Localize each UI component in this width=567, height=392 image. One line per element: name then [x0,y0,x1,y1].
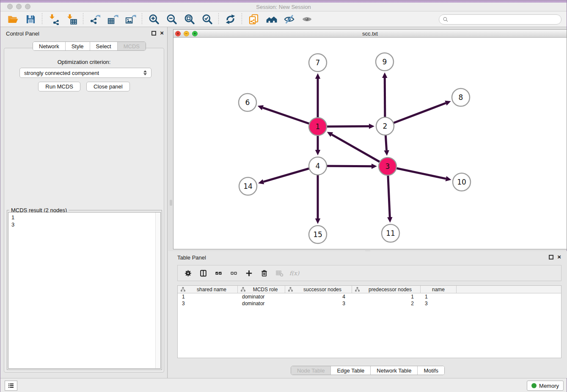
criterion-value: strongly connected component [24,70,143,76]
close-panel-icon[interactable]: × [160,29,164,37]
table-cell[interactable]: 3 [285,300,352,307]
table-options-button[interactable] [181,267,195,279]
hide-columns-icon [230,269,238,277]
first-neighbors-button[interactable] [262,12,280,26]
column-header-label: name [421,287,456,293]
column-header-shared-name[interactable]: shared name [178,286,238,293]
open-session-button[interactable] [4,12,22,26]
graph-arrowhead-icon [382,72,387,78]
table-cell[interactable]: 1 [352,293,421,300]
export-image-button[interactable] [121,12,139,26]
table-cell[interactable]: dominator [238,293,285,300]
export-network-button[interactable] [86,12,104,26]
table-cell[interactable]: 4 [285,293,352,300]
show-columns-icon [215,269,223,277]
mcds-result-text[interactable]: 1 3 [8,212,161,369]
table-cell[interactable]: dominator [238,300,285,307]
search-field[interactable] [439,14,561,25]
function-builder-button: f(x) [288,267,301,279]
clone-network-button[interactable] [245,12,262,26]
toolbar-separator [218,13,219,25]
column-header-label: successor nodes [293,287,352,293]
run-mcds-button[interactable]: Run MCDS [38,82,80,91]
table-row[interactable]: 1dominator411 [178,293,561,300]
create-column-button[interactable] [242,267,256,279]
graph-arrowhead-icon [258,179,264,184]
column-header-successor-nodes[interactable]: successor nodes [285,286,352,293]
split-divider-handle[interactable] [170,200,172,206]
close-panel-icon[interactable]: × [557,253,561,261]
optimization-criterion-label: Optimization criterion: [4,59,164,65]
hide-selected-button[interactable] [280,12,298,26]
graph-arrowhead-icon [369,124,374,129]
show-all-button[interactable] [298,12,316,26]
table-tabs: Node TableEdge TableNetwork TableMotifs [291,366,445,375]
column-header-mcds-role[interactable]: MCDS role [238,286,285,293]
zoom-selected-button[interactable] [198,12,216,26]
column-header-name[interactable]: name [421,286,457,293]
trash-icon [260,269,268,277]
close-panel-button[interactable]: Close panel [86,82,130,91]
column-type-icon [355,287,360,292]
table-toolbar: f(x) [177,265,561,281]
memory-button[interactable]: Memory [527,381,564,391]
graph-node-label: 14 [243,182,253,190]
network-window-titlebar[interactable]: × − + scc.txt [173,30,567,38]
toolbar-buttons [4,12,316,26]
toolbar-separator [142,13,142,25]
table-tabs-row: Node TableEdge TableNetwork TableMotifs [168,366,567,375]
graph-edge-3-1[interactable] [332,135,388,166]
memory-status-icon [531,383,537,388]
zoom-out-button[interactable] [162,12,180,26]
zoom-fit-icon [184,14,195,25]
apply-layout-button[interactable] [221,12,239,26]
task-history-button[interactable] [5,381,17,391]
import-table-button[interactable] [63,12,80,26]
float-panel-icon[interactable] [549,255,553,259]
tab-node-table[interactable]: Node Table [291,366,331,375]
criterion-dropdown[interactable]: strongly connected component [19,68,151,78]
import-network-icon [48,14,60,25]
column-header-label: MCDS role [246,287,285,293]
toggle-column-panel-button[interactable] [196,267,210,279]
refresh-icon [225,14,236,25]
tab-network-table[interactable]: Network Table [371,366,418,375]
table-cell[interactable]: 3 [178,300,238,307]
memory-label: Memory [539,383,559,389]
export-image-icon [125,14,136,25]
table-cell[interactable]: 1 [421,293,457,300]
tab-network[interactable]: Network [33,42,66,50]
table-row[interactable]: 3dominator323 [178,300,561,307]
tab-edge-table[interactable]: Edge Table [331,366,371,375]
hide-all-columns-button[interactable] [227,267,240,279]
graph-node-label: 2 [383,122,388,130]
delete-table-icon [275,269,284,277]
open-folder-icon [7,14,19,25]
import-network-button[interactable] [45,12,63,26]
graph-edge-2-8[interactable] [385,103,446,126]
mcds-panel: Optimization criterion: strongly connect… [4,48,164,373]
table-cell[interactable]: 3 [421,300,457,307]
column-header-predecessor-nodes[interactable]: predecessor nodes [352,286,421,293]
search-input[interactable] [451,17,558,22]
network-canvas[interactable]: 7968124314101511 [173,38,567,249]
control-panel-tabs: NetworkStyleSelectMCDS [33,41,146,51]
table-cell[interactable]: 1 [178,293,238,300]
graph-arrowhead-icon [315,150,320,155]
tab-select[interactable]: Select [90,42,118,50]
table-header-row: shared nameMCDS rolesuccessor nodesprede… [178,285,561,293]
graph-node-label: 15 [313,230,322,239]
tab-motifs[interactable]: Motifs [418,366,444,375]
tab-mcds[interactable]: MCDS [118,42,146,50]
show-all-columns-button[interactable] [212,267,225,279]
table-cell[interactable]: 2 [352,300,421,307]
result-scrollbar[interactable] [155,213,160,368]
zoom-fit-button[interactable] [180,12,198,26]
zoom-in-button[interactable] [145,12,162,26]
export-table-button[interactable] [104,12,121,26]
graph-node-label: 1 [316,122,320,131]
save-session-button[interactable] [22,12,39,26]
tab-style[interactable]: Style [66,42,90,50]
float-panel-icon[interactable] [151,31,156,36]
delete-column-button[interactable] [257,267,271,279]
